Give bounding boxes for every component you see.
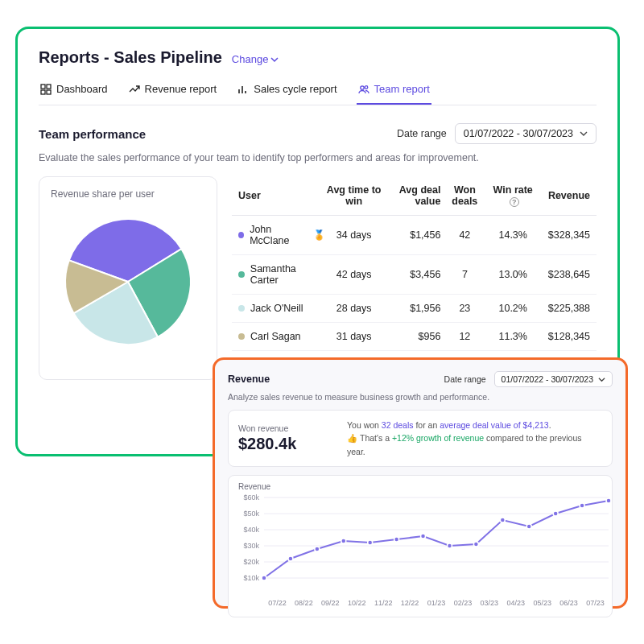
content-row: Revenue share per user User Avg time to … [39,176,597,380]
col-revenue: Revenue [537,190,590,201]
svg-point-4 [360,85,363,89]
tab-dashboard[interactable]: Dashboard [39,83,109,105]
cell-revenue: $225,388 [537,303,590,314]
kpi-left: Won revenue $280.4k [238,423,331,453]
date-range-label: Date range [444,374,486,384]
svg-text:03/23: 03/23 [481,599,499,607]
svg-text:08/22: 08/22 [295,599,313,607]
pie-title: Revenue share per user [51,188,205,200]
kpi-label: Won revenue [238,423,331,433]
tab-label: Team report [374,83,430,95]
svg-rect-3 [47,90,51,94]
svg-point-25 [447,543,452,548]
table-row[interactable]: Jack O'Neill28 days$1,9562310.2%$225,388 [232,295,597,323]
page-title: Reports - Sales Pipeline [39,48,222,67]
cell-revenue: $128,345 [537,331,590,342]
svg-text:09/22: 09/22 [321,599,340,607]
svg-text:05/23: 05/23 [533,599,551,607]
tab-salescycle[interactable]: Sales cycle report [236,83,338,105]
svg-point-20 [315,547,320,551]
pie-chart [51,208,205,353]
svg-rect-2 [41,90,45,94]
date-range-label: Date range [397,128,447,139]
revenue-chart-card: Revenue $10k$20k$30k$40k$50k$60k07/2208/… [228,475,613,617]
col-winrate: Win rate? [489,184,537,207]
chevron-down-icon [270,56,279,64]
svg-text:07/22: 07/22 [268,599,287,607]
chevron-down-icon [598,376,605,383]
cell-won: 12 [440,331,489,342]
svg-text:$20k: $20k [243,558,259,566]
svg-point-22 [368,540,373,545]
cell-won: 23 [440,303,489,314]
svg-text:11/22: 11/22 [374,599,393,607]
user-cell: Jack O'Neill [238,303,325,314]
svg-text:$30k: $30k [243,542,259,550]
revenue-date-range-group: Date range 01/07/2022 - 30/07/2023 [444,371,613,387]
cell-revenue: $328,345 [537,229,590,241]
svg-point-28 [526,524,531,529]
user-name: Carl Sagan [250,331,301,342]
col-avg-deal: Avg deal value [383,184,441,207]
dashboard-icon [40,84,52,95]
user-name: John McClane [250,224,308,246]
kpi-value: $280.4k [238,435,331,453]
svg-text:$40k: $40k [243,526,259,534]
medal-icon: 🏅 [313,229,325,241]
svg-text:$60k: $60k [243,493,259,502]
chart-title: Revenue [232,482,609,491]
revenue-desc: Analyze sales revenue to measure busines… [228,392,613,402]
header: Reports - Sales Pipeline Change [39,48,597,67]
svg-point-31 [606,498,611,503]
user-name: Samantha Carter [250,263,325,286]
chevron-down-icon [580,130,588,138]
cell-avg-time: 28 days [325,303,383,314]
svg-text:07/23: 07/23 [586,599,605,607]
pie-card: Revenue share per user [39,176,217,380]
cell-won: 42 [440,229,489,241]
users-icon [358,84,369,95]
svg-text:04/23: 04/23 [507,599,526,607]
date-range-value: 01/07/2022 - 30/07/2023 [464,128,573,139]
tab-team[interactable]: Team report [357,83,431,105]
date-range-picker[interactable]: 01/07/2022 - 30/07/2023 [455,123,597,144]
cell-avg-deal: $1,956 [383,303,441,314]
table-row[interactable]: John McClane🏅34 days$1,4564214.3%$328,34… [232,216,597,255]
table-row[interactable]: Carl Sagan31 days$9561211.3%$128,345 [232,323,597,351]
table-row[interactable]: Samantha Carter42 days$3,456713.0%$238,6… [232,255,597,295]
thumbs-up-icon: 👍 [347,433,357,443]
table-header: User Avg time to win Avg deal value Won … [232,176,597,216]
deals-count: 32 deals [382,420,414,430]
change-report-link[interactable]: Change [232,53,279,65]
date-range-picker[interactable]: 01/07/2022 - 30/07/2023 [494,371,613,387]
section-title: Team performance [39,127,146,141]
cell-avg-time: 31 days [325,331,383,342]
growth-value: +12% growth of revenue [392,433,484,443]
svg-text:12/22: 12/22 [401,599,419,607]
svg-point-30 [580,503,584,508]
tab-revenue[interactable]: Revenue report [127,83,219,105]
cell-winrate: 10.2% [489,303,537,314]
revenue-panel: Revenue Date range 01/07/2022 - 30/07/20… [213,357,628,609]
user-color-dot [238,271,245,278]
user-cell: John McClane🏅 [238,224,325,246]
kpi-line-1: You won 32 deals for an average deal val… [347,419,602,431]
tab-label: Dashboard [56,83,108,95]
svg-point-18 [262,576,266,580]
bar-chart-icon [237,84,249,95]
help-icon[interactable]: ? [510,197,519,207]
cell-avg-deal: $956 [383,331,441,342]
trend-up-icon [129,84,140,95]
cell-revenue: $238,645 [537,269,590,280]
svg-text:06/23: 06/23 [559,599,578,607]
svg-point-5 [365,85,368,89]
svg-point-21 [341,539,346,543]
col-won: Won deals [440,184,489,207]
section-bar: Team performance Date range 01/07/2022 -… [39,123,597,144]
date-range-value: 01/07/2022 - 30/07/2023 [502,374,593,384]
col-winrate-label: Win rate [493,184,533,196]
svg-point-23 [394,537,399,542]
svg-text:$50k: $50k [243,510,259,518]
cell-winrate: 11.3% [489,331,537,342]
svg-point-19 [288,556,293,561]
